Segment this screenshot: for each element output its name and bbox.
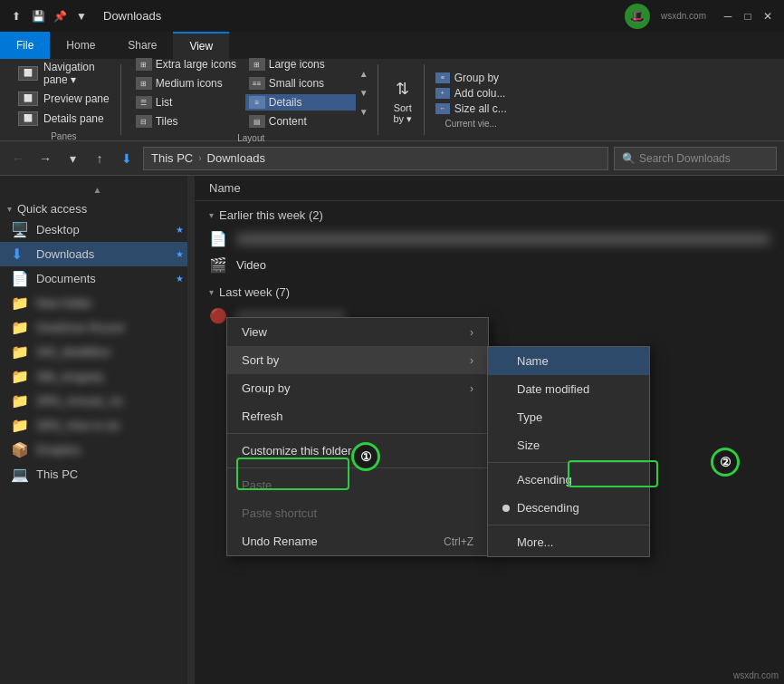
sidebar-item-thispc[interactable]: 💻 This PC xyxy=(0,462,195,487)
thispc-icon: 💻 xyxy=(11,466,29,483)
asc-radio-empty xyxy=(502,477,510,484)
tab-file[interactable]: File xyxy=(0,32,50,59)
size-all-btn[interactable]: ↔ Size all c... xyxy=(435,102,507,115)
column-name: Name xyxy=(209,181,241,195)
layout-expand-down[interactable]: ▼ xyxy=(358,87,370,100)
ctx-sort-by[interactable]: Sort by › xyxy=(227,346,488,374)
ctx-undo-shortcut: Ctrl+Z xyxy=(444,535,473,548)
size-all-label: Size all c... xyxy=(454,102,507,115)
sidebar-item-silk[interactable]: 📁 Silk_longseq xyxy=(0,364,195,389)
ctx-paste-label: Paste xyxy=(242,478,272,492)
details-layout-label: Details xyxy=(269,96,302,109)
add-columns-btn[interactable]: + Add colu... xyxy=(435,87,507,100)
layout-expand-more[interactable]: ▼ xyxy=(358,106,370,119)
tab-home[interactable]: Home xyxy=(50,32,111,59)
content-label: Content xyxy=(269,115,307,128)
nav-recent-btn[interactable]: ▾ xyxy=(62,148,83,169)
layout-options: ⊞ Extra large icons ⊞ Large icons ⊞ Medi… xyxy=(132,56,356,130)
close-btn[interactable]: ✕ xyxy=(759,7,777,25)
sub-ascending[interactable]: Ascending xyxy=(488,466,649,494)
quick-access-chevron: ▾ xyxy=(7,204,12,214)
extra-large-btn[interactable]: ⊞ Extra large icons xyxy=(132,56,243,72)
ctx-view-arrow: › xyxy=(470,326,473,339)
group-earlier-this-week[interactable]: ▾ Earlier this week (2) xyxy=(195,201,784,226)
sort-by-btn[interactable]: ⇅ Sortby ▾ xyxy=(389,75,416,125)
search-box[interactable]: 🔍 Search Downloads xyxy=(614,147,777,170)
maximize-btn[interactable]: □ xyxy=(739,7,757,25)
sidebar-item-sig[interactable]: 📁 SIG_MultiMon xyxy=(0,340,195,364)
sidebar-scrollbar[interactable] xyxy=(187,176,195,684)
sub-more-label: More... xyxy=(517,535,553,549)
sidebar-item-documents[interactable]: 📄 Documents ★ xyxy=(0,266,195,291)
preview-pane-btn[interactable]: ⬜ Preview pane xyxy=(14,90,113,108)
details-layout-icon: ≡ xyxy=(249,96,265,109)
date-radio-empty xyxy=(502,386,510,393)
desktop-icon: 🖥️ xyxy=(11,221,29,238)
sidebar-item-downloads[interactable]: ⬇ Downloads ★ xyxy=(0,242,195,266)
ribbon: File Home Share View ⬜ Navigationpane ▾ … xyxy=(0,32,784,141)
content-btn[interactable]: ▤ Content xyxy=(245,113,356,130)
ctx-group-arrow: › xyxy=(470,382,473,395)
small-icons-btn[interactable]: ≡≡ Small icons xyxy=(245,75,356,92)
preview-icon: ⬜ xyxy=(18,92,38,106)
tab-share[interactable]: Share xyxy=(111,32,173,59)
add-columns-label: Add colu... xyxy=(454,87,506,100)
address-path[interactable]: This PC › Downloads xyxy=(143,147,608,170)
sub-size[interactable]: Size xyxy=(488,431,649,459)
sidebar-item-newfolder[interactable]: 📁 New folder xyxy=(0,291,195,315)
navigation-pane-btn[interactable]: ⬜ Navigationpane ▾ xyxy=(14,59,113,88)
ctx-group-by[interactable]: Group by › xyxy=(227,374,488,402)
tiles-btn[interactable]: ⊟ Tiles xyxy=(132,113,243,130)
list-btn[interactable]: ☰ List xyxy=(132,94,243,111)
callout-2: ② xyxy=(711,448,740,477)
video-name: Video xyxy=(236,258,266,272)
details-btn[interactable]: ≡ Details xyxy=(245,94,356,111)
file-item-blurred[interactable]: 📄 xyxy=(195,226,784,252)
ctx-paste-shortcut: Paste shortcut xyxy=(227,499,488,527)
sidebar-quick-access[interactable]: ▾ Quick access xyxy=(0,197,195,217)
sub-name[interactable]: Name xyxy=(488,347,649,375)
panes-buttons: ⬜ Navigationpane ▾ ⬜ Preview pane ⬜ Deta… xyxy=(14,59,113,128)
group-last-week[interactable]: ▾ Last week (7) xyxy=(195,278,784,303)
downloads-label: Downloads xyxy=(36,247,94,261)
sidebar-item-desktop[interactable]: 🖥️ Desktop ★ xyxy=(0,217,195,242)
sidebar-item-srs1[interactable]: 📁 SRS_Amuse_Ac xyxy=(0,389,195,413)
file-list-header: Name xyxy=(195,176,784,201)
ctx-view[interactable]: View › xyxy=(227,318,488,346)
medium-icons-btn[interactable]: ⊞ Medium icons xyxy=(132,75,243,92)
pin-icon: 📌 xyxy=(51,7,69,25)
sidebar-item-srs2[interactable]: 📁 SRS_How to do xyxy=(0,413,195,438)
address-bar: ← → ▾ ↑ ⬇ This PC › Downloads 🔍 Search D… xyxy=(0,141,784,176)
large-icons-btn[interactable]: ⊞ Large icons xyxy=(245,56,356,72)
scroll-up-indicator: ▲ xyxy=(0,183,195,197)
group-by-btn[interactable]: ≡ Group by xyxy=(435,72,507,84)
sub-descending[interactable]: Descending xyxy=(488,494,649,522)
sidebar-item-dropbox[interactable]: 📦 Dropbox xyxy=(0,438,195,462)
group-by-icon: ≡ xyxy=(435,72,450,83)
nav-up-btn[interactable]: ↑ xyxy=(89,148,110,169)
sub-type[interactable]: Type xyxy=(488,403,649,431)
last-week-label: Last week (7) xyxy=(219,285,290,299)
file-item-video[interactable]: 🎬 Video xyxy=(195,252,784,278)
sidebar-item-onedrive[interactable]: 📁 OneDrive Round xyxy=(0,315,195,340)
srs1-icon: 📁 xyxy=(11,392,29,409)
earlier-chevron: ▾ xyxy=(209,210,214,220)
cv-buttons: ≡ Group by + Add colu... ↔ Size all c... xyxy=(435,72,507,115)
sub-size-label: Size xyxy=(517,438,540,452)
minimize-btn[interactable]: ─ xyxy=(719,7,737,25)
sub-date-modified[interactable]: Date modified xyxy=(488,375,649,403)
layout-expand-up[interactable]: ▲ xyxy=(358,68,370,81)
nav-back-btn[interactable]: ← xyxy=(7,148,29,169)
ctx-undo-label: Undo Rename xyxy=(242,535,318,548)
ctx-undo-rename[interactable]: Undo Rename Ctrl+Z xyxy=(227,527,488,555)
details-pane-btn[interactable]: ⬜ Details pane xyxy=(14,110,113,128)
search-placeholder: Search Downloads xyxy=(639,152,731,165)
nav-forward-btn[interactable]: → xyxy=(34,148,56,169)
sub-ascending-label: Ascending xyxy=(517,473,572,487)
ctx-refresh[interactable]: Refresh xyxy=(227,402,488,430)
file-blurred-name xyxy=(236,234,770,245)
current-view-label: Current vie... xyxy=(445,119,497,129)
sub-more[interactable]: More... xyxy=(488,528,649,556)
user-avatar: 🎩 xyxy=(625,4,650,29)
tab-view[interactable]: View xyxy=(173,32,229,59)
